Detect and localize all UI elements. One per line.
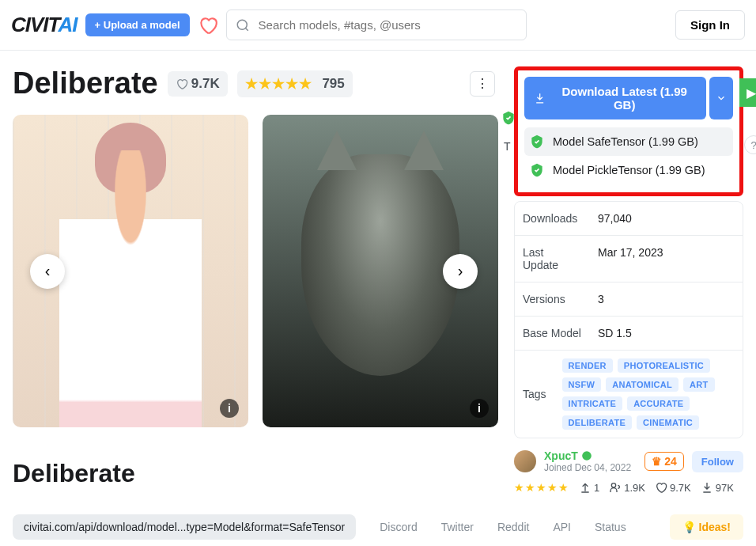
tag[interactable]: CINEMATIC: [637, 415, 699, 430]
tag[interactable]: RENDER: [562, 358, 613, 373]
likes-pill[interactable]: 9.7K: [168, 71, 228, 97]
help-button[interactable]: ?: [744, 135, 756, 154]
table-row: TagsRENDERPHOTOREALISTICNSFWANATOMICALAR…: [515, 351, 743, 438]
tag[interactable]: ACCURATE: [627, 396, 690, 411]
crown-icon: ♛: [652, 455, 662, 468]
section-title: Deliberate: [13, 459, 495, 488]
download-safetensor-item[interactable]: Model SafeTensor (1.99 GB): [524, 127, 733, 156]
author-row: XpucT Joined Dec 04, 2022 ♛24 Follow: [514, 449, 743, 473]
avatar[interactable]: [514, 450, 536, 472]
details-table: Downloads97,040 Last UpdateMar 17, 2023 …: [514, 201, 743, 438]
more-menu-button[interactable]: ⋮: [470, 71, 495, 97]
upload-model-button[interactable]: + Upload a model: [85, 13, 190, 36]
footer-link[interactable]: Status: [595, 521, 626, 533]
svg-point-2: [612, 483, 616, 487]
rating-pill[interactable]: ★★★★★ 795: [237, 70, 353, 97]
author-stats: ★★★★★ 1 1.9K 9.7K 97K: [514, 481, 743, 494]
footer-link[interactable]: Reddit: [497, 521, 529, 533]
ideas-button[interactable]: 💡 Ideas!: [670, 514, 743, 540]
author-name[interactable]: XpucT: [544, 449, 637, 462]
stars-icon: ★★★★★: [514, 481, 569, 494]
author-joined: Joined Dec 04, 2022: [544, 462, 637, 473]
verified-icon: [581, 450, 592, 461]
footer: civitai.com/api/download/model...type=Mo…: [13, 514, 743, 540]
sign-in-button[interactable]: Sign In: [675, 10, 745, 40]
tag[interactable]: PHOTOREALISTIC: [618, 358, 710, 373]
svg-point-0: [237, 20, 247, 29]
gallery-prev-button[interactable]: ‹: [30, 254, 65, 289]
favorites-heart-icon[interactable]: [198, 15, 218, 36]
shield-icon: [501, 110, 516, 126]
svg-point-1: [582, 451, 592, 461]
shield-icon: [529, 134, 545, 150]
search-input[interactable]: [226, 9, 527, 40]
footer-link[interactable]: API: [553, 521, 571, 533]
image-gallery: i i ‹ ›: [13, 115, 495, 427]
download-icon: [701, 481, 713, 494]
title-row: Deliberate 9.7K ★★★★★ 795 ⋮: [13, 66, 495, 100]
download-pickletensor-item[interactable]: Model PickleTensor (1.99 GB): [524, 156, 733, 184]
follow-button[interactable]: Follow: [692, 451, 743, 472]
shield-icon: [529, 162, 545, 178]
stat-followers: 1.9K: [609, 481, 645, 494]
upload-icon: [579, 481, 592, 494]
users-icon: [609, 481, 622, 494]
table-row: Last UpdateMar 17, 2023: [515, 236, 743, 282]
crown-badge[interactable]: ♛24: [644, 452, 684, 471]
download-dropdown-button[interactable]: [709, 77, 733, 119]
model-title: Deliberate: [13, 66, 158, 100]
download-box: ▶ T ? Download Latest (1.99 GB) Model Sa…: [514, 66, 743, 196]
tag[interactable]: DELIBERATE: [562, 415, 632, 430]
search-icon: [236, 18, 250, 32]
header: CIVITAI + Upload a model Sign In: [0, 0, 756, 51]
table-row: Versions3: [515, 282, 743, 317]
table-row: Downloads97,040: [515, 202, 743, 236]
run-button[interactable]: ▶: [739, 78, 756, 107]
search-wrap: [226, 9, 527, 40]
tag[interactable]: NSFW: [562, 377, 602, 392]
tag[interactable]: ANATOMICAL: [606, 377, 679, 392]
url-badge: civitai.com/api/download/model...type=Mo…: [13, 514, 356, 540]
heart-icon: [655, 481, 667, 494]
tag[interactable]: INTRICATE: [562, 396, 623, 411]
tag[interactable]: ART: [683, 377, 715, 392]
info-icon[interactable]: i: [220, 399, 239, 418]
table-row: Base ModelSD 1.5: [515, 317, 743, 351]
gallery-next-button[interactable]: ›: [443, 254, 478, 289]
stat-uploads: 1: [579, 481, 599, 494]
footer-link[interactable]: Discord: [380, 521, 417, 533]
info-icon[interactable]: i: [470, 399, 489, 418]
stat-downloads: 97K: [701, 481, 734, 494]
footer-link[interactable]: Twitter: [441, 521, 474, 533]
stat-likes: 9.7K: [655, 481, 691, 494]
type-letter: T: [504, 140, 511, 153]
download-latest-button[interactable]: Download Latest (1.99 GB): [524, 77, 706, 119]
logo[interactable]: CIVITAI: [11, 13, 77, 37]
